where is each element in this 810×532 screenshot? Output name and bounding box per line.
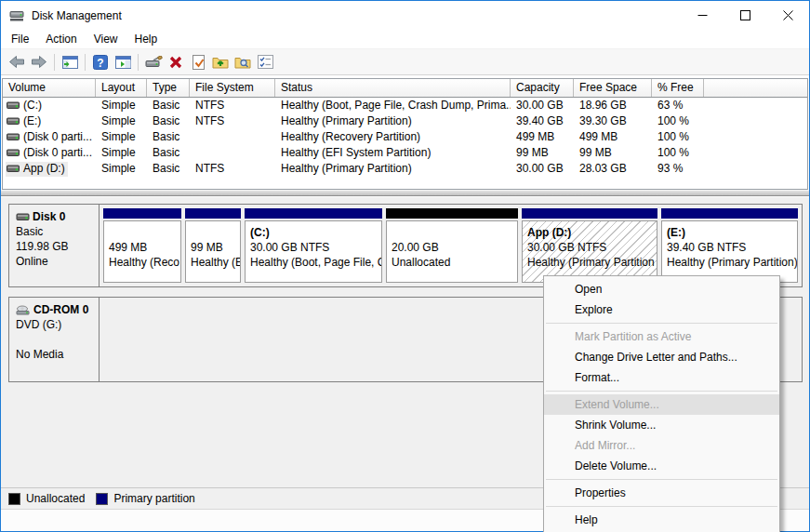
partition-stripe [386, 208, 518, 219]
window-controls [681, 1, 809, 30]
show-console-tree-button[interactable] [59, 51, 81, 73]
context-menu-explore[interactable]: Explore [544, 299, 779, 320]
disk-0-partitions: 499 MB Healthy (Reco 99 MB Healthy (E [100, 205, 802, 286]
maximize-icon [740, 10, 750, 20]
context-menu-mark-partition-active: Mark Partition as Active [544, 326, 779, 347]
context-menu-help[interactable]: Help [544, 510, 779, 530]
toolbar: ? [1, 49, 809, 75]
menu-bar: File Action View Help [1, 30, 809, 49]
disk-0-state: Online [16, 254, 95, 269]
cdrom-icon [16, 305, 31, 315]
volume-list: Volume Layout Type File System Status Ca… [2, 78, 808, 190]
volume-icon [7, 149, 20, 157]
splitter-handle[interactable] [1, 190, 809, 196]
column-status[interactable]: Status [275, 79, 511, 97]
primary-partition-swatch [96, 493, 108, 505]
toolbar-separator [54, 54, 55, 71]
column-volume[interactable]: Volume [3, 79, 96, 97]
volume-icon [7, 133, 20, 141]
context-menu-separator [546, 391, 777, 392]
context-menu-change-drive-letter[interactable]: Change Drive Letter and Paths... [544, 347, 779, 367]
disk-0-size: 119.98 GB [16, 239, 95, 254]
delete-volume-button[interactable] [165, 51, 187, 73]
help-icon: ? [93, 55, 108, 70]
disk-management-window: Disk Management File Action View Help [0, 0, 810, 532]
disk-0-type: Basic [16, 224, 95, 239]
disk-0-label[interactable]: Disk 0 Basic 119.98 GB Online [9, 205, 100, 286]
cdrom-drive-letter: DVD (G:) [16, 317, 95, 332]
context-menu-delete-volume[interactable]: Delete Volume... [544, 456, 779, 476]
column-type[interactable]: Type [147, 79, 190, 97]
context-menu-separator [546, 506, 777, 507]
forward-button[interactable] [28, 51, 50, 73]
back-button[interactable] [6, 51, 28, 73]
partition-recovery[interactable]: 499 MB Healthy (Reco [103, 208, 181, 283]
minimize-button[interactable] [681, 1, 724, 30]
context-menu-shrink-volume[interactable]: Shrink Volume... [544, 415, 779, 435]
context-menu-open[interactable]: Open [544, 279, 779, 299]
volume-row-app-d[interactable]: App (D:) Simple Basic NTFS Healthy (Prim… [3, 161, 807, 177]
partition-stripe [522, 208, 657, 219]
volume-row-c[interactable]: (C:) Simple Basic NTFS Healthy (Boot, Pa… [3, 98, 807, 113]
context-menu-extend-volume: Extend Volume... [544, 394, 779, 415]
toolbar-separator [85, 54, 86, 71]
computer-manage-button[interactable] [142, 51, 165, 73]
context-menu-format[interactable]: Format... [544, 367, 779, 388]
unallocated-label: Unallocated [26, 492, 85, 505]
folder-search-icon [234, 55, 251, 69]
close-button[interactable] [766, 1, 809, 30]
column-filler [704, 79, 807, 97]
disk-icon [16, 213, 30, 221]
document-check-icon [191, 55, 206, 70]
context-menu-separator [546, 323, 777, 324]
unallocated-swatch [8, 493, 20, 505]
menu-file[interactable]: File [4, 31, 36, 47]
context-menu-properties[interactable]: Properties [544, 483, 779, 503]
volume-list-header: Volume Layout Type File System Status Ca… [3, 79, 807, 98]
show-action-pane-button[interactable] [112, 51, 134, 73]
svg-text:?: ? [97, 56, 103, 69]
delete-icon [168, 55, 183, 70]
partition-stripe [661, 208, 798, 219]
properties-button[interactable] [254, 51, 276, 73]
mark-partition-active-button[interactable] [187, 51, 209, 73]
partition-efi[interactable]: 99 MB Healthy (E [185, 208, 241, 283]
open-folder-button[interactable] [209, 51, 232, 73]
volume-row-e[interactable]: (E:) Simple Basic NTFS Healthy (Primary … [3, 113, 807, 129]
action-pane-icon [115, 56, 131, 69]
toolbar-separator [138, 54, 139, 71]
column-free-space[interactable]: Free Space [574, 79, 652, 97]
column-capacity[interactable]: Capacity [511, 79, 574, 97]
partition-app-d[interactable]: App (D:) 30.00 GB NTFS Healthy (Primary … [522, 208, 657, 283]
partition-stripe [103, 208, 181, 219]
disk-management-app-icon [9, 8, 25, 23]
console-tree-icon [62, 56, 78, 69]
forward-icon [31, 55, 47, 69]
volume-icon [7, 101, 20, 110]
window-title: Disk Management [32, 9, 122, 22]
volume-row-efi[interactable]: (Disk 0 parti... Simple Basic Healthy (E… [3, 145, 807, 161]
partition-e[interactable]: (E:) 39.40 GB NTFS Healthy (Primary Part… [661, 208, 798, 283]
volume-icon [7, 117, 20, 126]
column-pct-free[interactable]: % Free [652, 79, 704, 97]
partition-unallocated[interactable]: 20.00 GB Unallocated [386, 208, 518, 283]
menu-action[interactable]: Action [38, 31, 84, 47]
partition-stripe [185, 208, 241, 219]
column-file-system[interactable]: File System [190, 79, 275, 97]
checklist-icon [258, 55, 273, 69]
maximize-button[interactable] [724, 1, 766, 30]
folder-up-icon [212, 55, 229, 69]
cdrom-0-label[interactable]: CD-ROM 0 DVD (G:) No Media [9, 298, 100, 381]
context-menu-add-mirror: Add Mirror... [544, 435, 779, 456]
volume-row-recovery[interactable]: (Disk 0 parti... Simple Basic Healthy (R… [3, 129, 807, 145]
menu-help[interactable]: Help [127, 31, 166, 47]
back-icon [8, 55, 25, 69]
explore-folder-button[interactable] [232, 51, 254, 73]
volume-icon [7, 165, 20, 173]
column-layout[interactable]: Layout [96, 79, 147, 97]
partition-stripe [245, 208, 382, 219]
help-button[interactable]: ? [89, 51, 112, 73]
partition-c[interactable]: (C:) 30.00 GB NTFS Healthy (Boot, Page F… [245, 208, 382, 283]
close-icon [783, 10, 793, 20]
menu-view[interactable]: View [86, 31, 126, 47]
